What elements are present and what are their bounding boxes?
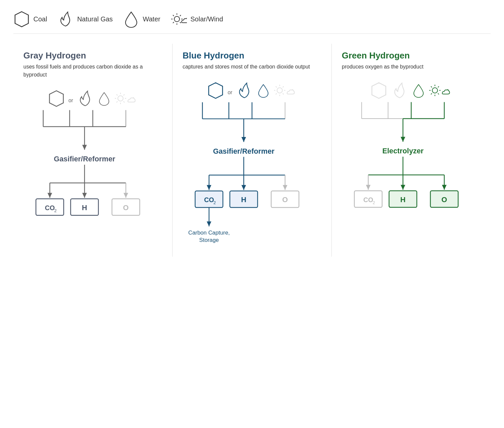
svg-marker-104 xyxy=(401,185,405,190)
blue-input-water xyxy=(256,81,270,102)
green-subtitle: produces oxygen as the byproduct xyxy=(342,63,481,71)
gray-subtitle: uses fossil fuels and produces carbon di… xyxy=(23,63,162,79)
svg-text:H: H xyxy=(241,195,246,204)
svg-marker-68 xyxy=(283,185,287,190)
svg-marker-10 xyxy=(49,91,63,107)
svg-line-17 xyxy=(123,102,124,103)
green-column: Green Hydrogen produces oxygen as the by… xyxy=(332,44,491,257)
legend: Coal Natural Gas Water Solar/Wind xyxy=(13,10,491,34)
svg-line-87 xyxy=(438,94,439,95)
svg-marker-43 xyxy=(209,83,223,99)
svg-text:CO: CO xyxy=(204,196,214,203)
svg-point-11 xyxy=(118,96,123,101)
svg-text:CO: CO xyxy=(45,204,55,211)
gray-input-water xyxy=(97,89,111,110)
water-icon-legend xyxy=(123,10,140,28)
legend-item-solarwind: Solar/Wind xyxy=(170,10,223,28)
svg-line-7 xyxy=(180,22,181,23)
svg-marker-64 xyxy=(207,185,211,190)
svg-line-9 xyxy=(173,22,174,23)
svg-line-50 xyxy=(283,94,284,95)
blue-flow-svg: Gasifier/Reformer CO 2 H O xyxy=(183,102,321,249)
flame-icon-legend xyxy=(57,10,74,28)
svg-text:Carbon Capture,: Carbon Capture, xyxy=(188,230,230,236)
svg-marker-102 xyxy=(366,185,370,190)
blue-or-text: or xyxy=(228,90,232,96)
legend-solarwind-label: Solar/Wind xyxy=(190,15,223,23)
svg-text:O: O xyxy=(123,203,129,212)
legend-item-coal: Coal xyxy=(13,10,47,28)
svg-marker-106 xyxy=(442,185,447,190)
svg-point-81 xyxy=(432,88,438,93)
svg-line-18 xyxy=(123,95,124,96)
svg-text:H: H xyxy=(400,195,406,204)
svg-marker-26 xyxy=(82,145,87,150)
blue-input-flame xyxy=(236,81,253,102)
legend-water-label: Water xyxy=(143,15,161,23)
svg-text:2: 2 xyxy=(372,200,375,205)
svg-marker-59 xyxy=(241,137,246,142)
svg-marker-77 xyxy=(207,222,211,227)
green-title: Green Hydrogen xyxy=(342,50,481,61)
svg-marker-31 xyxy=(47,193,52,198)
gray-input-coal xyxy=(48,89,65,110)
legend-item-naturalgas: Natural Gas xyxy=(57,10,113,28)
gray-or-text: or xyxy=(68,98,73,104)
blue-input-solar xyxy=(274,81,297,102)
legend-naturalgas-label: Natural Gas xyxy=(77,15,113,23)
gray-input-flame xyxy=(76,89,94,110)
svg-line-19 xyxy=(116,102,117,103)
svg-line-86 xyxy=(431,87,432,88)
svg-line-6 xyxy=(173,15,174,16)
svg-line-49 xyxy=(276,87,277,88)
svg-text:Gasifier/Reformer: Gasifier/Reformer xyxy=(213,147,275,155)
svg-marker-33 xyxy=(82,193,87,198)
svg-text:2: 2 xyxy=(54,208,56,213)
svg-line-88 xyxy=(438,87,439,88)
svg-text:H: H xyxy=(82,203,87,212)
svg-line-16 xyxy=(116,95,117,96)
svg-text:2: 2 xyxy=(213,200,216,205)
svg-point-1 xyxy=(174,16,180,22)
green-flow-svg: Electrolyzer CO 2 H O xyxy=(342,102,481,208)
svg-line-8 xyxy=(180,15,181,16)
gray-flow-svg: Gasifier/Reformer CO 2 H O xyxy=(23,110,162,217)
green-input-water xyxy=(412,81,426,102)
svg-line-89 xyxy=(431,94,432,95)
main-columns: Gray Hydrogen uses fossil fuels and prod… xyxy=(13,44,491,257)
blue-column: Blue Hydrogen captures and stores most o… xyxy=(173,44,332,257)
legend-coal-label: Coal xyxy=(33,15,47,23)
green-input-solar xyxy=(429,81,452,102)
coal-icon xyxy=(13,10,30,28)
gray-column: Gray Hydrogen uses fossil fuels and prod… xyxy=(13,44,173,257)
svg-marker-0 xyxy=(15,12,28,27)
blue-title: Blue Hydrogen xyxy=(183,50,321,61)
svg-point-44 xyxy=(277,88,282,93)
svg-marker-35 xyxy=(123,193,128,198)
svg-text:O: O xyxy=(442,195,447,204)
legend-item-water: Water xyxy=(123,10,161,28)
svg-marker-66 xyxy=(241,185,246,190)
gray-input-solar xyxy=(114,89,138,110)
green-input-coal xyxy=(370,81,388,102)
svg-marker-97 xyxy=(401,137,405,142)
svg-text:Gasifier/Reformer: Gasifier/Reformer xyxy=(54,155,115,163)
green-input-flame xyxy=(391,81,408,102)
svg-text:Storage: Storage xyxy=(199,237,219,243)
svg-marker-80 xyxy=(372,83,386,99)
blue-subtitle: captures and stores most of the carbon d… xyxy=(183,63,321,71)
blue-input-coal xyxy=(207,81,224,102)
gray-title: Gray Hydrogen xyxy=(23,50,162,61)
svg-line-52 xyxy=(276,94,277,95)
svg-text:CO: CO xyxy=(363,196,373,203)
svg-text:O: O xyxy=(282,195,288,204)
solar-icon-legend xyxy=(170,10,187,28)
svg-line-51 xyxy=(283,87,284,88)
svg-text:Electrolyzer: Electrolyzer xyxy=(382,147,424,155)
